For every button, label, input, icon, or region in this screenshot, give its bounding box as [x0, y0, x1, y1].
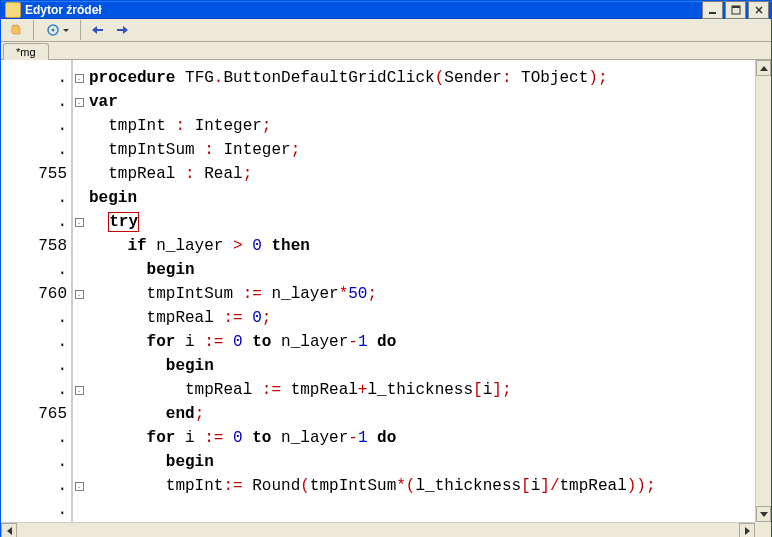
toolbar-separator [33, 20, 34, 40]
bookmark-dropdown-button[interactable] [40, 19, 74, 41]
scroll-down-button[interactable] [756, 506, 771, 522]
nav-back-button[interactable] [87, 19, 109, 41]
toolbar-separator [80, 20, 81, 40]
svg-rect-0 [709, 12, 716, 14]
svg-point-6 [51, 29, 54, 32]
minimize-button[interactable] [702, 1, 723, 19]
scroll-up-button[interactable] [756, 60, 771, 76]
hand-tool-button[interactable] [5, 19, 27, 41]
close-button[interactable] [748, 1, 769, 19]
titlebar: Edytor źródeł [1, 1, 771, 19]
window-title: Edytor źródeł [25, 3, 702, 17]
nav-forward-button[interactable] [111, 19, 133, 41]
toolbar [1, 19, 771, 42]
fold-gutter[interactable]: ------ [73, 60, 85, 522]
horizontal-scrollbar[interactable] [1, 522, 755, 537]
maximize-button[interactable] [725, 1, 746, 19]
file-tab[interactable]: *mg [3, 43, 49, 60]
scroll-right-button[interactable] [739, 523, 755, 537]
svg-rect-2 [732, 6, 740, 8]
line-number-gutter: ....755..758.760....765.... [1, 60, 73, 522]
code-area[interactable]: procedure TFG.ButtonDefaultGridClick(Sen… [85, 60, 755, 522]
scroll-left-button[interactable] [1, 523, 17, 537]
scroll-corner [755, 522, 771, 537]
vertical-scrollbar[interactable] [755, 60, 771, 522]
tab-bar: *mg [1, 42, 771, 60]
app-icon [5, 2, 21, 18]
